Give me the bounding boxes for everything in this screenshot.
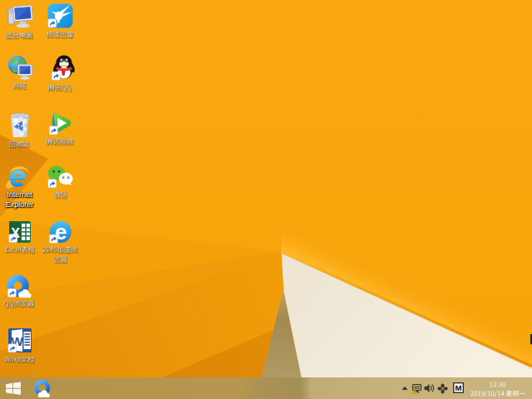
svg-text:M: M xyxy=(456,383,462,392)
